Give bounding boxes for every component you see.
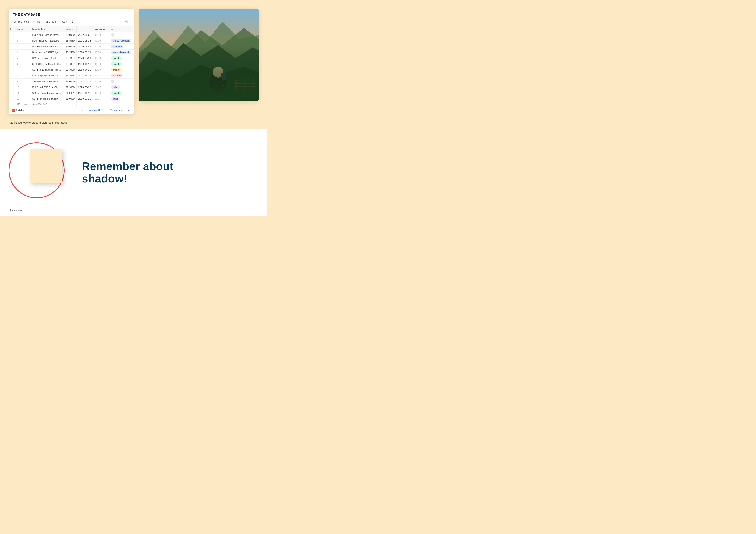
table-row: 11URL whitelist bypass in htt...$10,4012… [9,90,134,96]
row-number: 5 [15,55,30,61]
db-footer-right: ⓘ Download CSV ⤢ View larger version [82,109,130,112]
sort-icon: ↕ [60,20,62,23]
row-checkbox-cell [9,50,15,55]
row-time: 12:37 [93,96,109,102]
row-time: 00:00 [93,90,109,96]
more-button[interactable]: ··· [76,19,82,24]
row-checkbox-cell [9,61,15,67]
svg-point-6 [213,67,224,78]
row-number: 12 [15,96,30,102]
row-program: Google [109,55,133,61]
svg-rect-9 [253,78,254,92]
row-url: https://nechuc [133,61,134,67]
row-program: Meta / Facebook [109,38,133,44]
filter-icon: ≡ [33,20,35,23]
floating-card [30,149,63,183]
row-url: https://feed.bu [133,90,134,96]
table-row: 2How I hacked Facebook: Pa...$54,5802021… [9,38,134,44]
caption-text: Alternative way to present pictures insi… [9,121,68,124]
row-bounty: $25,000 [64,67,76,73]
row-checkbox-cell [9,85,15,90]
row-program: Microsoft [109,44,133,50]
row-time: 00:00 [93,38,109,44]
row-url: https://hackerc [133,73,134,79]
row-time: 09:44 [93,73,109,79]
table-row: 5RCE in Google Cloud Deplo...$31,3372020… [9,55,134,61]
more-icon: ··· [78,20,80,23]
row-url: https://mediur [133,50,134,55]
circle-card-wrapper [9,142,69,203]
footer-page: 24 [256,209,258,211]
row-time: 23:39 [93,67,109,73]
th-program: program ▼ [93,26,109,32]
row-name: RCE in Google Cloud Deplo... [30,55,64,61]
row-program: - [109,32,133,38]
row-name: SSRF on project import via ... [30,96,64,102]
row-checkbox-cell [9,90,15,96]
row-number: 6 [15,61,30,67]
row-time: 00:00 [93,55,109,61]
photo-panel: UA [139,9,258,101]
program-tag: Google [111,62,122,66]
row-name: Exploiting Redash instance... [30,32,64,38]
db-footer: Airtable ⓘ Download CSV ⤢ View larger ve… [9,107,134,113]
row-program: Meta / Facebook [109,50,133,55]
columns-button[interactable]: ☰ [69,19,75,24]
table-row: 4How I made $31500 by sub...$31,5002020-… [9,50,134,55]
db-toolbar: ⊙ Hide fields ≡ Filter ⊞ Group ↕ Sort ☰ … [9,18,134,26]
row-name: Full Read SSRF on Gitlab's l... [30,85,64,90]
row-date: 2020-11-10 [76,61,93,67]
row-bounty: $10,000 [64,96,76,102]
row-name: How I hacked Facebook: Pa... [30,38,64,44]
table-row: 10Full Read SSRF on Gitlab's l...$12,000… [9,85,134,90]
hide-fields-button[interactable]: ⊙ Hide fields [12,19,31,24]
download-csv-link[interactable]: Download CSV [87,109,103,111]
group-button[interactable]: ⊞ Group [44,19,58,24]
select-all-checkbox[interactable] [10,28,13,30]
row-number: 9 [15,79,30,85]
row-number: 8 [15,73,30,79]
row-checkbox-cell [9,96,15,102]
columns-icon: ☰ [71,20,74,23]
row-date: 2021-11-17 [76,90,93,96]
row-bounty: $54,580 [64,38,76,44]
program-tag: Google [111,91,122,95]
row-bounty: $12,000 [64,85,76,90]
svg-marker-3 [139,43,258,101]
row-time: 13:47 [93,85,109,90]
airtable-icon [12,109,15,112]
row-number: 4 [15,50,30,55]
row-url: https://mediur [133,44,134,50]
program-tag: Microsoft [111,45,124,48]
view-larger-link[interactable]: View larger version [110,109,130,111]
row-url: https://infosec [133,38,134,44]
row-time: 00:00 [93,50,109,55]
row-bounty: $15,000 [64,79,76,85]
row-date: 2020-05-21 [76,55,93,61]
database-panel: THE DATABASE ⊙ Hide fields ≡ Filter ⊞ Gr… [9,9,134,114]
sort-button[interactable]: ↕ Sort [58,19,69,24]
row-name: Just Gopher It: Escalating a ... [30,79,64,85]
airtable-logo: Airtable [12,109,24,112]
row-program: Google [109,90,133,96]
svg-marker-4 [139,64,258,101]
hide-fields-icon: ⊙ [14,20,16,23]
svg-rect-7 [235,80,237,92]
row-time: 00:00 [93,61,109,67]
filter-button[interactable]: ≡ Filter [32,19,43,24]
row-number: 11 [15,90,30,96]
row-checkbox-cell [9,32,15,38]
th-bounty: bounty [u... ▼ [30,26,64,32]
row-bounty: $17,576 [64,73,76,79]
row-time: 00:00 [93,79,109,85]
search-icon[interactable]: 🔍 [124,19,130,24]
row-number: 2 [15,38,30,44]
row-program: - [109,79,133,85]
th-url: url [109,26,133,32]
database-title: THE DATABASE [9,9,134,18]
svg-rect-8 [244,79,245,92]
info-icon: ⓘ [82,109,84,112]
caption: Alternative way to present pictures insi… [0,118,267,129]
row-name: 31k$ SSRF in Google Cloud... [30,61,64,67]
row-bounty: $31,500 [64,50,76,55]
